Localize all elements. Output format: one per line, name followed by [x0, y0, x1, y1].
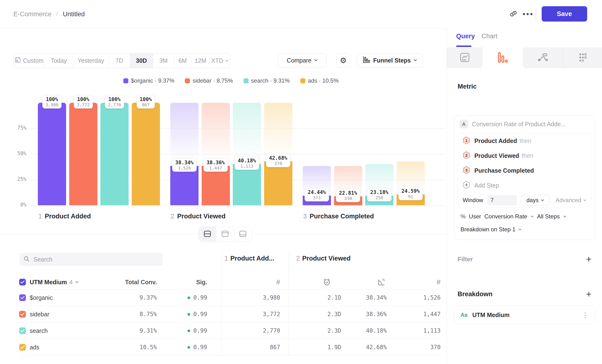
breakdown-item[interactable]: Aa UTM Medium ⋮: [454, 306, 595, 324]
save-button[interactable]: Save: [542, 6, 587, 21]
bar-count: 3,772: [77, 102, 90, 107]
steps-scope-select[interactable]: All Steps: [537, 213, 560, 220]
measurement-select[interactable]: Conversion Rate: [484, 213, 527, 220]
range-xtd[interactable]: XTD: [210, 54, 230, 68]
row-checkbox[interactable]: [19, 311, 26, 318]
chevron-down-icon: [414, 59, 417, 62]
bar-value-label: 100%867: [137, 95, 155, 108]
sig-header[interactable]: Sig.: [169, 275, 207, 289]
more-menu-button[interactable]: •••: [522, 0, 535, 28]
total-conv-header[interactable]: Total Conv.: [118, 275, 157, 289]
range-today[interactable]: Today: [45, 54, 73, 68]
report-title[interactable]: Untitled: [63, 11, 85, 18]
chevron-down-icon: [531, 215, 534, 218]
legend-swatch: [244, 78, 248, 83]
time-to-convert-icon[interactable]: [317, 275, 336, 289]
bar-ghost-organic: [170, 103, 199, 166]
chart-type-button[interactable]: Funnel Steps: [357, 53, 423, 67]
breakdown-on-step-select[interactable]: Breakdown on Step 1: [461, 226, 522, 233]
report-canvas: CustomTodayYesterday7D30D3M6M12MXTD Comp…: [0, 28, 447, 364]
chevron-down-icon: [518, 228, 522, 231]
advanced-toggle[interactable]: Advanced: [556, 197, 586, 203]
tab-retention[interactable]: [563, 47, 602, 68]
window-unit-select[interactable]: days: [521, 195, 549, 205]
range-7d[interactable]: 7D: [109, 54, 130, 68]
bar-pct: 38.34%: [175, 160, 194, 165]
table-search[interactable]: [19, 253, 163, 266]
settings-button[interactable]: ⚙: [336, 53, 350, 67]
sig-value: 0.99: [193, 311, 207, 318]
step-hexagon-icon: 3: [463, 166, 470, 175]
compare-button[interactable]: Compare: [278, 53, 326, 67]
bar-count: 1,526: [175, 165, 194, 171]
sidebar-step-2[interactable]: 2Product Viewedthen: [458, 148, 591, 163]
row-checkbox[interactable]: [19, 327, 26, 334]
table-step1-header: 1Product Add...: [224, 255, 274, 262]
counting-method[interactable]: User: [469, 213, 481, 220]
filter-section: Filter +: [458, 255, 591, 263]
bar-pct: 100%: [108, 96, 121, 102]
tab-funnels[interactable]: [483, 47, 523, 68]
bar-organic-step2[interactable]: [170, 166, 199, 205]
sidebar-step-3[interactable]: 3Purchase Completed: [458, 163, 591, 178]
layout-option-panel-top[interactable]: [216, 227, 234, 242]
tab-insights[interactable]: [447, 47, 483, 68]
count-column-icon[interactable]: #: [407, 275, 441, 289]
search-input[interactable]: [33, 256, 154, 263]
add-step-button[interactable]: Add Step: [458, 178, 591, 193]
legend-item-ads[interactable]: ads · 10.5%: [300, 77, 339, 84]
table-row-search[interactable]: search9.31%0.992,7702.3D40.18%1,113: [19, 322, 442, 339]
range-12m[interactable]: 12M: [191, 54, 210, 68]
legend-item-sidebar[interactable]: sidebar · 8.75%: [185, 77, 233, 84]
link-icon: [509, 10, 517, 19]
chevron-down-icon: [75, 280, 78, 284]
range-custom[interactable]: Custom: [14, 54, 45, 68]
tab-query[interactable]: Query: [456, 32, 475, 40]
tab-chart[interactable]: Chart: [482, 32, 497, 40]
window-unit-label: days: [527, 197, 539, 203]
bar-search-step2[interactable]: [233, 164, 261, 205]
range-30d[interactable]: 30D: [130, 54, 153, 68]
sidebar-step-1[interactable]: 1Product Addedthen: [458, 133, 591, 148]
conversion-rate-icon[interactable]: %: [372, 275, 391, 289]
bar-ads-step1[interactable]: [132, 103, 160, 205]
app-header: E-Commerce / Untitled ••• Save: [0, 0, 602, 29]
metric-name[interactable]: Conversion Rate of Product Adde...: [472, 121, 566, 128]
add-filter-button[interactable]: +: [586, 255, 591, 263]
table-row-sidebar[interactable]: sidebar8.75%0.993,7722.3D38.36%1,447: [19, 306, 442, 322]
layout-option-panel-bottom[interactable]: [234, 227, 252, 242]
bar-sidebar-step2[interactable]: [202, 166, 230, 205]
row-checkbox[interactable]: [19, 294, 26, 301]
step-then-label: then: [520, 138, 531, 144]
bar-pct: 100%: [45, 96, 58, 102]
bar-pct: 40.18%: [238, 158, 256, 164]
table-row-ads[interactable]: ads10.5%0.998671.9D42.68%370: [19, 339, 442, 355]
legend-item-organic[interactable]: $organic · 9.37%: [123, 77, 174, 84]
add-breakdown-button[interactable]: +: [586, 290, 591, 298]
layout-option-split-horizontal[interactable]: [199, 227, 216, 242]
tab-flows[interactable]: [523, 47, 563, 68]
breadcrumb-project[interactable]: E-Commerce: [13, 11, 52, 18]
window-value-input[interactable]: [487, 195, 517, 205]
bar-sidebar-step1[interactable]: [69, 103, 97, 205]
count-column-icon[interactable]: #: [248, 275, 280, 289]
share-link-button[interactable]: [507, 0, 520, 28]
bar-value-label: 100%3,772: [74, 95, 93, 108]
range-yesterday[interactable]: Yesterday: [73, 54, 109, 68]
bar-value-label: 100%3,980: [42, 95, 62, 108]
row-checkbox[interactable]: [19, 344, 26, 351]
bar-organic-step1[interactable]: [38, 103, 66, 205]
range-label: Yesterday: [78, 57, 104, 64]
group-column-header[interactable]: UTM Medium4: [19, 275, 125, 289]
step-number: 3: [303, 213, 307, 220]
step-name: Product Add...: [230, 255, 274, 262]
table-row-organic[interactable]: $organic9.37%0.993,9802.1D38.34%1,526: [19, 289, 442, 306]
item-menu-icon[interactable]: ⋮: [582, 311, 589, 319]
bar-ads-step2[interactable]: [264, 161, 292, 205]
range-6m[interactable]: 6M: [174, 54, 191, 68]
bar-search-step1[interactable]: [100, 103, 129, 205]
select-all-checkbox[interactable]: [19, 279, 26, 285]
legend-item-search[interactable]: search · 9.31%: [244, 77, 290, 84]
step2-conv-rate: 38.36%: [366, 311, 387, 318]
range-3m[interactable]: 3M: [153, 54, 174, 68]
